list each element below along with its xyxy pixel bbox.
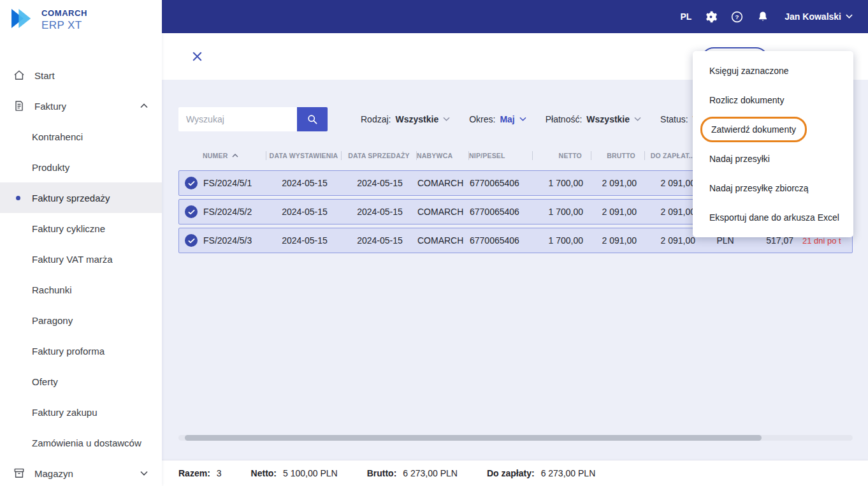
summary-brutto: Brutto: 6 273,00 PLN <box>367 468 458 478</box>
close-icon <box>191 50 203 63</box>
settings-button[interactable] <box>704 10 718 24</box>
bell-icon <box>756 10 769 23</box>
cell-nip-pesel: 6770065406 <box>470 207 533 217</box>
menu-item-rozlicz-dokumenty[interactable]: Rozlicz dokumenty <box>693 85 853 115</box>
cell-data-sprzedazy: 2024-05-15 <box>342 235 417 246</box>
product-name: ERP XT <box>41 19 87 32</box>
sidebar-item-oferty[interactable]: Oferty <box>0 366 162 397</box>
column-header-data-sprzedazy[interactable]: DATA SPRZEDAŻY <box>342 151 417 160</box>
menu-item-ksieguj-zaznaczone[interactable]: Księguj zaznaczone <box>693 56 853 85</box>
chevron-down-icon <box>443 117 450 122</box>
search-button[interactable] <box>297 107 328 131</box>
column-header-brutto[interactable]: BRUTTO <box>591 151 645 160</box>
highlight-ring: Zatwierdź dokumenty <box>700 117 807 142</box>
filter-value: Wszystkie <box>395 114 438 124</box>
sidebar-item-label: Paragony <box>32 315 73 326</box>
summary-razem: Razem: 3 <box>178 468 222 478</box>
sort-ascending-icon <box>232 154 238 158</box>
filter-bar: Rodzaj: Wszystkie Okres: Maj Płatność: W… <box>361 114 747 124</box>
cell-data-wystawienia: 2024-05-15 <box>267 207 342 217</box>
chevron-down-icon <box>519 117 526 122</box>
check-circle-icon <box>185 177 198 189</box>
filter-okres[interactable]: Okres: Maj <box>469 114 526 124</box>
sidebar-item-label: Faktury zakupu <box>32 407 98 418</box>
cell-netto: 1 700,00 <box>533 207 592 217</box>
sidebar-item-label: Oferty <box>32 376 58 387</box>
menu-item-eksportuj-excel[interactable]: Eksportuj dane do arkusza Excel <box>693 203 853 232</box>
sidebar-item-start[interactable]: Start <box>0 60 162 91</box>
cell-numer: FS/2024/5/2 <box>203 207 267 217</box>
column-header-numer[interactable]: NUMER <box>203 151 266 160</box>
filter-label: Rodzaj: <box>361 114 391 124</box>
svg-text:?: ? <box>735 13 739 20</box>
sidebar-item-label: Rachunki <box>32 284 72 295</box>
footer-summary: Razem: 3 Netto: 5 100,00 PLN Brutto: 6 2… <box>162 460 868 486</box>
cell-data-sprzedazy: 2024-05-15 <box>342 178 417 188</box>
sidebar-nav: Start Faktury Kontrahenci Produkty Faktu… <box>0 60 162 486</box>
column-header-data-wystawienia[interactable]: DATA WYSTAWIENIA <box>266 151 342 160</box>
cell-numer: FS/2024/5/1 <box>203 178 267 188</box>
cell-nip-pesel: 6770065406 <box>470 178 533 188</box>
sidebar-item-rachunki[interactable]: Rachunki <box>0 274 162 305</box>
filter-label: Płatność: <box>546 114 582 124</box>
warehouse-box-icon <box>13 467 25 480</box>
menu-item-nadaj-przesylke-zbiorcza[interactable]: Nadaj przesyłkę zbiorczą <box>693 173 853 203</box>
sidebar-item-faktury-cykliczne[interactable]: Faktury cykliczne <box>0 213 162 244</box>
filter-label: Status: <box>660 114 688 124</box>
row-checkbox[interactable] <box>179 177 203 189</box>
cell-nip-pesel: 6770065406 <box>470 235 533 246</box>
language-selector[interactable]: PL <box>680 11 691 22</box>
invoice-icon <box>13 99 25 112</box>
column-header-nabywca[interactable]: NABYWCA <box>417 151 469 160</box>
row-checkbox[interactable] <box>179 205 203 218</box>
cell-brutto: 2 091,00 <box>592 235 646 246</box>
search-input[interactable] <box>178 107 297 131</box>
notifications-button[interactable] <box>756 10 769 23</box>
chevron-up-icon <box>140 103 148 108</box>
sidebar: COMARCH ERP XT Start Faktury Kontrahenci… <box>0 0 162 486</box>
menu-item-nadaj-przesylki[interactable]: Nadaj przesyłki <box>693 144 853 173</box>
sidebar-item-faktury-vat-marza[interactable]: Faktury VAT marża <box>0 244 162 274</box>
filter-rodzaj[interactable]: Rodzaj: Wszystkie <box>361 114 450 124</box>
check-circle-icon <box>185 234 198 247</box>
check-circle-icon <box>185 205 198 218</box>
filter-label: Okres: <box>469 114 495 124</box>
help-icon: ? <box>730 10 744 24</box>
sidebar-item-faktury-zakupu[interactable]: Faktury zakupu <box>0 397 162 427</box>
cell-numer: FS/2024/5/3 <box>203 235 267 246</box>
sidebar-item-label: Faktury VAT marża <box>32 254 113 265</box>
cell-nabywca: COMARCH <box>417 178 470 188</box>
help-button[interactable]: ? <box>730 10 744 24</box>
search-icon <box>306 113 319 126</box>
cell-brutto: 2 091,00 <box>592 178 646 188</box>
brand-name: COMARCH <box>41 8 87 18</box>
sidebar-item-label: Kontrahenci <box>32 131 83 142</box>
sidebar-item-faktury-sprzedazy[interactable]: Faktury sprzedaży <box>0 182 162 213</box>
active-indicator-dot <box>16 196 20 200</box>
operations-context-menu: Księguj zaznaczone Rozlicz dokumenty Zat… <box>693 51 853 237</box>
sidebar-item-kontrahenci[interactable]: Kontrahenci <box>0 121 162 152</box>
gear-icon <box>704 10 718 24</box>
user-menu[interactable]: Jan Kowalski <box>785 11 853 22</box>
filter-value: Wszystkie <box>586 114 630 124</box>
menu-item-zatwierdz-dokumenty[interactable]: Zatwierdź dokumenty <box>693 115 853 144</box>
scrollbar-thumb[interactable] <box>185 435 762 441</box>
sidebar-item-paragony[interactable]: Paragony <box>0 305 162 335</box>
sidebar-item-magazyn[interactable]: Magazyn <box>0 458 162 486</box>
list-toolbar: Rodzaj: Wszystkie Okres: Maj Płatność: W… <box>178 107 747 131</box>
column-header-nip-pesel[interactable]: NIP/PESEL <box>469 151 533 160</box>
cell-data-sprzedazy: 2024-05-15 <box>342 207 417 217</box>
row-checkbox[interactable] <box>179 234 203 247</box>
sidebar-item-label: Start <box>34 70 55 81</box>
sidebar-item-faktury-proforma[interactable]: Faktury proforma <box>0 335 162 366</box>
summary-netto: Netto: 5 100,00 PLN <box>251 468 338 478</box>
chevron-down-icon <box>634 117 641 122</box>
close-selection-button[interactable] <box>189 48 205 65</box>
sidebar-item-zamowienia-u-dostawcow[interactable]: Zamówienia u dostawców <box>0 427 162 458</box>
sidebar-item-produkty[interactable]: Produkty <box>0 152 162 182</box>
comarch-logo-icon <box>10 8 34 29</box>
chevron-down-icon <box>846 14 853 19</box>
sidebar-item-faktury[interactable]: Faktury <box>0 91 162 121</box>
column-header-netto[interactable]: NETTO <box>533 151 591 160</box>
filter-platnosc[interactable]: Płatność: Wszystkie <box>546 114 641 124</box>
